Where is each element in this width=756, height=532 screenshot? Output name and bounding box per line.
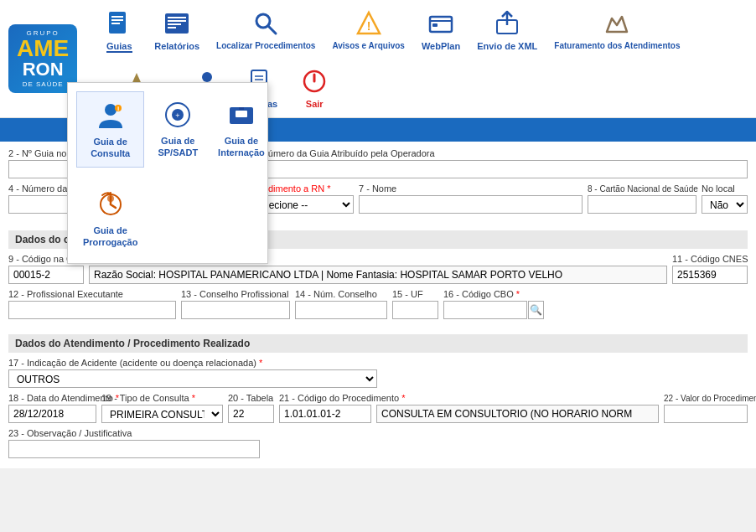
field-8-label: 8 - Cartão Nacional de Saúde (588, 184, 696, 194)
svg-rect-8 (168, 27, 176, 28)
field-14-label: 14 - Núm. Conselho (295, 289, 387, 299)
field-8: 8 - Cartão Nacional de Saúde (588, 184, 696, 214)
nav-faturamento[interactable]: Faturamento dos Atendimentos (547, 3, 686, 55)
field-21-desc-label (376, 393, 659, 403)
field-16-label: 16 - Código CBO * (443, 289, 544, 299)
menu-guia-consulta[interactable]: i Guia de Consulta (76, 91, 144, 168)
svg-line-10 (268, 26, 276, 34)
nav-avisos[interactable]: ! Avisos e Arquivos (325, 3, 412, 55)
field-16-search-btn[interactable]: 🔍 (528, 301, 544, 319)
field-15: 15 - UF (392, 289, 438, 319)
nav-relatorios[interactable]: Relatórios (148, 3, 206, 56)
field-21-desc (376, 393, 659, 423)
field-14: 14 - Núm. Conselho (295, 289, 387, 319)
sair-label: Sair (306, 99, 324, 109)
envio-xml-label: Envio de XML (477, 41, 537, 51)
svg-point-26 (105, 104, 117, 116)
guia-consulta-label: Guia de Consulta (84, 136, 137, 160)
field-21: 21 - Código do Procedimento * (279, 393, 371, 423)
field-12-input[interactable] (8, 301, 176, 319)
field-18-input[interactable] (8, 405, 96, 423)
avisos-label: Avisos e Arquivos (332, 41, 405, 50)
field-22-input[interactable] (664, 405, 748, 423)
svg-text:i: i (117, 105, 119, 112)
field-8-input[interactable] (588, 195, 696, 214)
logo-ame: AME (17, 37, 69, 60)
field-23: 23 - Observação / Justificativa (8, 428, 260, 458)
faturamento-label: Faturamento dos Atendimentos (554, 41, 680, 50)
menu-guia-prorrogacao[interactable]: Guia de Prorrogação (76, 181, 144, 256)
field-11-input[interactable] (672, 266, 748, 284)
field-15-input[interactable] (392, 301, 438, 319)
guias-label: Guias (106, 41, 132, 53)
guias-icon (104, 8, 134, 39)
field-7: 7 - Nome (359, 183, 583, 214)
field-17: 17 - Indicação de Acidente (acidente ou … (8, 358, 377, 388)
field-7-input[interactable] (359, 195, 583, 214)
field-21-label: 21 - Código do Procedimento * (279, 393, 371, 403)
form-row-17: 17 - Indicação de Acidente (acidente ou … (8, 358, 748, 388)
field-11-label: 11 - Código CNES (672, 254, 748, 264)
field-12: 12 - Profissional Executante (8, 289, 176, 319)
field-3: 3 - Número da Guia Atribuído pela Operad… (248, 148, 748, 178)
field-3-label: 3 - Número da Guia Atribuído pela Operad… (248, 148, 748, 158)
section-atendimento: Dados do Atendimento / Procedimento Real… (0, 329, 756, 468)
nav-sair[interactable]: Sair (289, 61, 339, 114)
field-21-desc-input[interactable] (376, 405, 659, 423)
nav-guias[interactable]: Guias (94, 3, 144, 58)
svg-rect-1 (111, 16, 123, 18)
field-17-select[interactable]: OUTROS (8, 369, 377, 388)
svg-point-19 (202, 72, 212, 82)
field-22: 22 - Valor do Procedimento (664, 394, 748, 423)
field-21-input[interactable] (279, 405, 371, 423)
guia-internacao-label: Guia de Internação (218, 135, 265, 159)
faturamento-icon (602, 8, 632, 39)
field-3-input[interactable] (248, 160, 748, 178)
field-19: 19 - Tipo de Consulta * PRIMEIRA CONSULT… (101, 393, 223, 423)
envio-xml-icon (492, 8, 522, 39)
guia-consulta-icon: i (94, 99, 127, 132)
field-23-input[interactable] (8, 440, 260, 458)
guia-sp-sadt-label: Guia de SP/SADT (158, 135, 198, 159)
field-7-label: 7 - Nome (359, 183, 583, 194)
field-20: 20 - Tabela (228, 393, 274, 423)
svg-text:!: ! (366, 19, 370, 33)
field-13-input[interactable] (181, 301, 290, 319)
nav-envio-xml[interactable]: Envio de XML (470, 3, 544, 56)
menu-guia-sp-sadt[interactable]: + Guia de SP/SADT (151, 91, 205, 168)
svg-rect-7 (168, 23, 181, 25)
field-14-input[interactable] (295, 301, 387, 319)
field-11: 11 - Código CNES (672, 254, 748, 284)
sair-icon (299, 66, 329, 96)
guia-prorrogacao-label: Guia de Prorrogação (83, 225, 137, 249)
field-9-input[interactable] (8, 266, 84, 284)
svg-text:+: + (176, 111, 180, 120)
logo-desaude: DE SAÚDE (17, 80, 69, 88)
nav-localizar[interactable]: Localizar Procedimentos (210, 3, 322, 55)
field-20-input[interactable] (228, 405, 274, 423)
field-17-label: 17 - Indicação de Acidente (acidente ou … (8, 358, 377, 368)
field-16: 16 - Código CBO * 🔍 (443, 289, 544, 319)
field-23-label: 23 - Observação / Justificativa (8, 428, 260, 438)
field-19-select[interactable]: PRIMEIRA CONSULTA (101, 405, 223, 423)
field-no-local-select[interactable]: Não (702, 195, 748, 214)
guias-dropdown: i Guia de Consulta + Guia de SP/SADT Gui… (67, 82, 268, 264)
nav-webplan[interactable]: WebPlan (415, 3, 467, 56)
field-13: 13 - Conselho Profissional (181, 289, 290, 319)
svg-rect-15 (432, 23, 438, 27)
svg-rect-6 (168, 20, 186, 22)
guia-internacao-icon (225, 98, 258, 132)
relatorios-label: Relatórios (154, 41, 199, 51)
menu-guia-internacao[interactable]: Guia de Internação (211, 91, 272, 168)
field-22-label: 22 - Valor do Procedimento (664, 394, 748, 403)
svg-rect-2 (111, 19, 123, 21)
form-row-12-16: 12 - Profissional Executante 13 - Consel… (8, 289, 748, 319)
field-10-input[interactable] (89, 266, 667, 284)
guia-prorrogacao-icon (94, 188, 127, 221)
field-16-input[interactable] (443, 301, 527, 319)
svg-point-36 (107, 195, 114, 202)
webplan-label: WebPlan (422, 41, 460, 51)
svg-rect-34 (239, 107, 244, 110)
field-20-label: 20 - Tabela (228, 393, 274, 403)
localizar-icon (251, 8, 281, 39)
